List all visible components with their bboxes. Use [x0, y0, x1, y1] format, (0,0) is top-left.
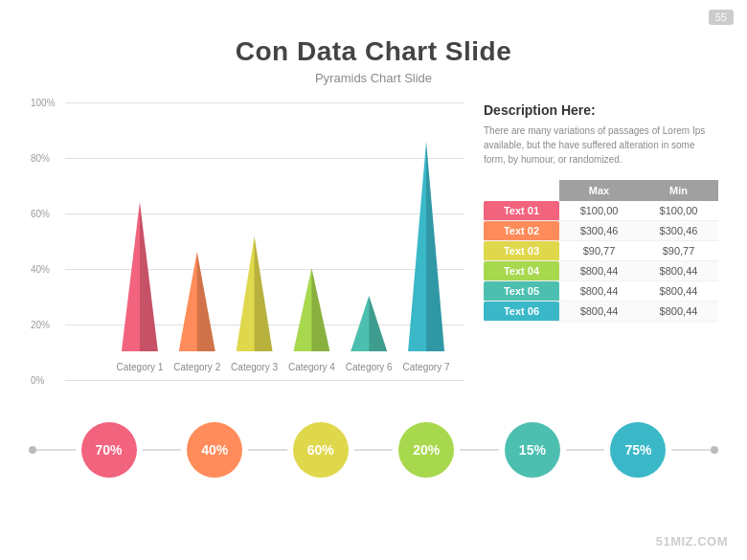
pyramid	[293, 268, 329, 351]
page-subtitle: Pyramids Chart Slide	[0, 71, 747, 85]
pyramid	[408, 142, 444, 351]
row-min: $100,00	[639, 201, 718, 221]
bar-group: Category 2	[179, 252, 215, 351]
watermark: 51MIZ.COM	[656, 534, 728, 549]
row-min: $90,77	[639, 241, 718, 261]
row-min: $800,44	[639, 261, 718, 281]
row-min: $800,44	[639, 281, 718, 302]
row-label: Text 02	[484, 221, 559, 241]
row-label: Text 01	[484, 201, 559, 221]
table-row: Text 06$800,44$800,44	[484, 302, 718, 322]
grid-label: 20%	[31, 320, 50, 330]
row-max: $800,44	[559, 261, 639, 281]
row-label: Text 03	[484, 241, 559, 261]
dot-line	[143, 449, 182, 451]
grid-line	[65, 380, 464, 381]
category-label: Category 3	[231, 362, 278, 372]
table-row: Text 03$90,77$90,77	[484, 241, 718, 261]
bar-group: Category 4	[293, 268, 329, 351]
main-content: 100%80%60%40%20%0%Category 1Category 2Ca…	[0, 102, 747, 409]
line-dot-right	[711, 446, 718, 454]
table-row: Text 04$800,44$800,44	[484, 261, 718, 281]
category-label: Category 7	[403, 362, 450, 372]
circle-value: 75%	[610, 422, 666, 478]
category-label: Category 1	[116, 362, 163, 372]
circle-item: 75%	[610, 422, 666, 478]
table-header: Max	[559, 180, 639, 201]
row-label: Text 05	[484, 281, 559, 302]
grid-label: 60%	[31, 209, 50, 219]
header: Con Data Chart Slide Pyramids Chart Slid…	[0, 0, 747, 85]
circle-value: 20%	[398, 422, 454, 478]
row-min: $800,44	[639, 302, 718, 322]
row-max: $800,44	[559, 281, 639, 302]
grid-label: 100%	[31, 98, 56, 108]
category-label: Category 6	[346, 362, 393, 372]
circle-item: 20%	[398, 422, 454, 478]
pyramid	[179, 252, 215, 351]
page-number: 55	[709, 10, 734, 25]
row-max: $100,00	[559, 201, 639, 221]
row-max: $800,44	[559, 302, 639, 322]
table-header: Min	[639, 180, 718, 201]
page-title: Con Data Chart Slide	[0, 36, 747, 67]
data-table: MaxMin Text 01$100,00$100,00Text 02$300,…	[484, 180, 718, 322]
row-min: $300,46	[639, 221, 718, 241]
circle-item: 60%	[293, 422, 349, 478]
pyramid	[237, 236, 273, 351]
bar-group: Category 7	[408, 142, 444, 351]
circle-value: 40%	[187, 422, 242, 478]
dot-line	[36, 449, 76, 451]
chart-grid: 100%80%60%40%20%0%Category 1Category 2Ca…	[65, 102, 464, 380]
right-panel: Description Here: There are many variati…	[484, 102, 718, 409]
chart-area: 100%80%60%40%20%0%Category 1Category 2Ca…	[29, 102, 464, 409]
bar-group: Category 6	[351, 296, 387, 351]
dot-line	[248, 449, 287, 451]
table-row: Text 05$800,44$800,44	[484, 281, 718, 302]
grid-label: 0%	[31, 375, 44, 386]
row-label: Text 04	[484, 261, 559, 281]
circle-value: 15%	[505, 422, 560, 478]
description-title: Description Here:	[484, 102, 718, 118]
dot-line	[354, 449, 394, 451]
table-row: Text 02$300,46$300,46	[484, 221, 718, 241]
dot-line	[671, 449, 711, 451]
circle-item: 70%	[81, 422, 137, 478]
category-label: Category 4	[288, 362, 335, 372]
category-label: Category 2	[173, 362, 220, 372]
grid-label: 40%	[31, 264, 50, 275]
bar-group: Category 3	[237, 236, 273, 351]
dot-line	[460, 449, 499, 451]
row-label: Text 06	[484, 302, 559, 322]
grid-label: 80%	[31, 153, 50, 164]
row-max: $300,46	[559, 221, 639, 241]
circle-item: 15%	[505, 422, 560, 478]
circle-value: 60%	[293, 422, 349, 478]
description-text: There are many variations of passages of…	[484, 123, 718, 167]
table-header	[484, 180, 559, 201]
line-dot-left	[29, 446, 36, 454]
bar-group: Category 1	[122, 202, 158, 351]
pyramid	[351, 296, 387, 351]
bars-container: Category 1Category 2Category 3Category 4…	[102, 102, 464, 351]
pyramid	[122, 202, 158, 351]
table-row: Text 01$100,00$100,00	[484, 201, 718, 221]
circles-row: 70%40%60%20%15%75%	[0, 422, 747, 478]
dot-line	[566, 449, 605, 451]
circle-item: 40%	[187, 422, 242, 478]
circle-value: 70%	[81, 422, 137, 478]
row-max: $90,77	[559, 241, 639, 261]
page: 55 Con Data Chart Slide Pyramids Chart S…	[0, 0, 747, 560]
